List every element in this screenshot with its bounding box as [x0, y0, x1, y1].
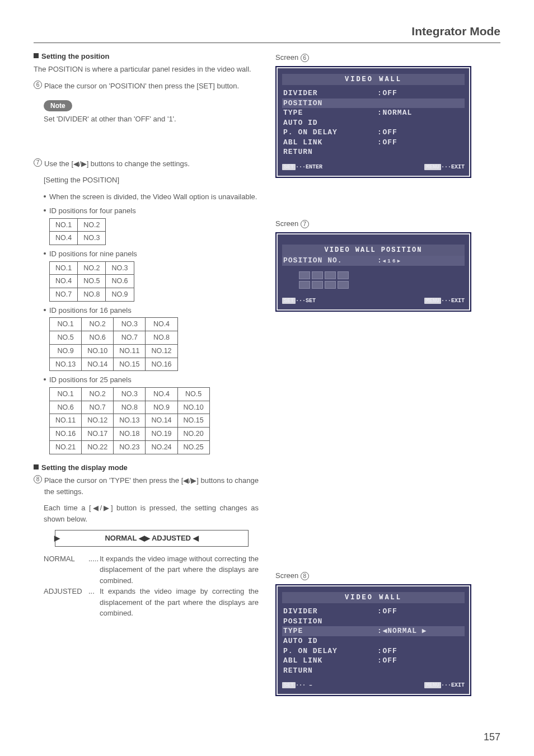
table-cell: NO.8: [146, 331, 177, 345]
section-heading-display-mode: Setting the display mode: [34, 462, 259, 473]
table-cell: NO.10: [82, 344, 114, 358]
step-6: 6 Place the cursor on 'POSITION' then pr…: [34, 81, 259, 92]
table-cell: NO.7: [82, 401, 114, 414]
table-cell: NO.21: [50, 440, 82, 454]
table-cell: NO.6: [106, 275, 134, 288]
table-cell: NO.5: [78, 275, 106, 288]
osd-8-footer: SET··· – MENU···EXIT: [282, 681, 465, 689]
osd-row: ABL LINK:OFF: [282, 138, 465, 148]
osd-row: DIVIDER:OFF: [282, 607, 465, 617]
osd-7-grid: [299, 271, 465, 289]
osd-row: POSITION: [282, 617, 465, 627]
bullet-twentyfive-panels: ID positions for 25 panels: [44, 374, 259, 386]
screen-8-label: Screen 8: [275, 570, 500, 581]
table-cell: NO.9: [50, 344, 82, 358]
table-cell: NO.12: [82, 414, 114, 428]
table-cell: NO.7: [50, 288, 78, 302]
table-cell: NO.9: [106, 288, 134, 302]
header-rule: [34, 43, 500, 43]
osd-screen-8: VIDEO WALL DIVIDER:OFFPOSITIONTYPE:◀NORM…: [275, 584, 471, 696]
step-7: 7 Use the [◀/▶] buttons to change the se…: [34, 158, 259, 170]
table-cell: NO.1: [50, 318, 82, 331]
table-cell: NO.16: [50, 428, 82, 441]
table-cell: NO.2: [82, 318, 114, 331]
bullet-nine-panels: ID positions for nine panels: [44, 248, 259, 260]
table-cell: NO.5: [50, 331, 82, 345]
table-25: NO.1NO.2NO.3NO.4NO.5NO.6NO.7NO.8NO.9NO.1…: [49, 387, 210, 454]
osd-7-title: VIDEO WALL POSITION: [282, 245, 465, 256]
osd-row: RETURN: [282, 147, 465, 157]
step-number-7: 7: [34, 158, 42, 167]
table-cell: NO.1: [50, 387, 82, 401]
osd-8-title: VIDEO WALL: [282, 592, 465, 603]
cycle-diagram: ▶ NORMAL ◀▶ ADJUSTED ◀: [55, 530, 249, 547]
left-column: Setting the position The POSITION is whe…: [34, 51, 259, 713]
table-cell: NO.8: [114, 401, 146, 414]
table-cell: NO.16: [146, 358, 177, 371]
osd-7-footer: SET···SET MENU···EXIT: [282, 297, 465, 305]
osd-6-footer: SET···ENTER MENU···EXIT: [282, 163, 465, 171]
table-16: NO.1NO.2NO.3NO.4NO.5NO.6NO.7NO.8NO.9NO.1…: [49, 317, 178, 371]
table-cell: NO.3: [114, 318, 146, 331]
table-cell: NO.1: [50, 218, 78, 232]
osd-row: P. ON DELAY:OFF: [282, 128, 465, 138]
table-cell: NO.15: [114, 358, 146, 371]
table-cell: NO.4: [146, 318, 177, 331]
osd-row: P. ON DELAY:OFF: [282, 646, 465, 656]
table-cell: NO.22: [82, 440, 114, 454]
note-pill: Note: [44, 100, 72, 111]
table-cell: NO.2: [82, 387, 114, 401]
step-8-note: Each time a [◀/▶] button is pressed, the…: [44, 503, 259, 524]
table-cell: NO.18: [114, 428, 146, 441]
intro-text: The POSITION is where a particular panel…: [34, 64, 259, 75]
subheading-setting-position: [Setting the POSITION]: [44, 175, 259, 186]
table-cell: NO.6: [50, 401, 82, 414]
right-column: Screen 6 VIDEO WALL DIVIDER:OFFPOSITIONT…: [275, 51, 500, 713]
table-cell: NO.9: [146, 401, 177, 414]
table-cell: NO.2: [78, 218, 106, 232]
osd-screen-7: VIDEO WALL POSITION POSITION NO. : ◀ 1 6…: [275, 232, 471, 312]
table-cell: NO.7: [114, 331, 146, 345]
page-number: 157: [484, 730, 500, 745]
table-cell: NO.3: [114, 387, 146, 401]
table-cell: NO.14: [82, 358, 114, 371]
osd-row: ABL LINK:OFF: [282, 656, 465, 666]
screen-6-label: Screen 6: [275, 52, 500, 63]
table-cell: NO.4: [146, 387, 177, 401]
osd-row: DIVIDER:OFF: [282, 88, 465, 98]
def-normal: NORMAL ..... It expands the video image …: [44, 553, 259, 586]
table-cell: NO.4: [50, 275, 78, 288]
table-4: NO.1NO.2NO.4NO.3: [49, 218, 106, 246]
table-cell: NO.12: [146, 344, 177, 358]
note-text: Set 'DIVIDER' at other than 'OFF' and '1…: [44, 114, 259, 125]
table-cell: NO.13: [114, 414, 146, 428]
osd-6-title: VIDEO WALL: [282, 74, 465, 85]
osd-row: AUTO ID: [282, 636, 465, 646]
table-cell: NO.17: [82, 428, 114, 441]
table-cell: NO.1: [50, 261, 78, 275]
table-cell: NO.20: [177, 428, 209, 441]
osd-row: POSITION: [282, 98, 465, 109]
table-cell: NO.3: [78, 232, 106, 245]
bullet-sixteen-panels: ID positions for 16 panels: [44, 305, 259, 316]
page-title: Integrator Mode: [34, 22, 500, 40]
table-9: NO.1NO.2NO.3NO.4NO.5NO.6NO.7NO.8NO.9: [49, 261, 134, 302]
screen-7-label: Screen 7: [275, 218, 500, 229]
table-cell: NO.24: [146, 440, 177, 454]
section-heading-position: Setting the position: [34, 51, 259, 62]
table-cell: NO.11: [50, 414, 82, 428]
osd-row: TYPE:◀NORMAL ▶: [282, 626, 465, 636]
table-cell: NO.5: [177, 387, 209, 401]
osd-7-position-row: POSITION NO. : ◀ 1 6 ▶: [282, 256, 465, 266]
def-adjusted: ADJUSTED ... It expands the video image …: [44, 586, 259, 619]
table-cell: NO.4: [50, 232, 78, 245]
table-cell: NO.3: [106, 261, 134, 275]
bullet-four-panels: ID positions for four panels: [44, 205, 259, 217]
table-cell: NO.13: [50, 358, 82, 371]
step-number-6: 6: [34, 81, 42, 89]
bullet-divided: When the screen is divided, the Video Wa…: [44, 191, 259, 203]
osd-row: TYPE:NORMAL: [282, 108, 465, 118]
table-cell: NO.10: [177, 401, 209, 414]
osd-screen-6: VIDEO WALL DIVIDER:OFFPOSITIONTYPE:NORMA…: [275, 66, 471, 178]
table-cell: NO.25: [177, 440, 209, 454]
